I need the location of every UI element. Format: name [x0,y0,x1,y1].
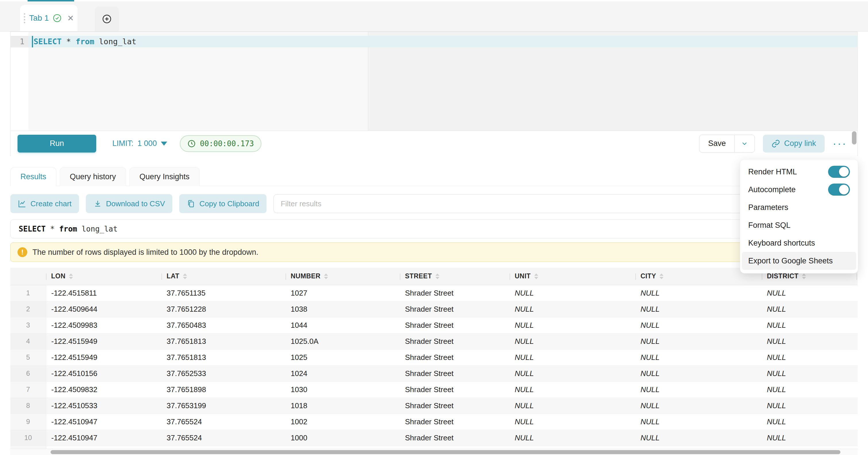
table-cell[interactable]: NULL [762,398,857,414]
sql-code-line[interactable]: SELECT * from long_lat [32,36,136,48]
table-cell[interactable]: 1024 [285,365,400,382]
table-cell[interactable]: NULL [509,301,636,317]
table-cell[interactable]: NULL [762,365,857,382]
table-cell[interactable]: Shrader Street [400,317,509,333]
table-cell[interactable]: NULL [636,333,762,349]
column-header-lat[interactable]: LAT [161,268,285,285]
table-cell[interactable]: NULL [762,382,857,398]
toggle-render-html[interactable] [828,166,850,178]
table-cell[interactable]: NULL [509,382,636,398]
table-cell[interactable]: -122.4510947 [46,430,161,446]
table-cell[interactable]: NULL [762,414,857,430]
menu-item-render-html[interactable]: Render HTML [740,163,858,181]
column-header-lon[interactable]: LON [46,268,161,285]
table-cell[interactable]: Shrader Street [400,333,509,349]
table-cell[interactable] [857,382,858,398]
save-options-button[interactable] [735,135,754,152]
table-cell[interactable]: NULL [636,301,762,317]
table-cell[interactable] [857,285,858,301]
menu-item-export-to-google-sheets[interactable]: Export to Google Sheets [742,252,856,270]
table-cell[interactable] [857,349,858,365]
download-to-csv-button[interactable]: Download to CSV [86,194,172,213]
table-cell[interactable]: NULL [636,398,762,414]
table-cell[interactable]: NULL [636,317,762,333]
table-cell[interactable]: -122.4515949 [46,349,161,365]
table-cell[interactable]: -122.4510156 [46,365,161,382]
copy-link-button[interactable]: Copy link [763,135,825,153]
table-cell[interactable]: 37.7650483 [161,317,285,333]
row-number[interactable]: 6 [10,365,46,382]
table-cell[interactable]: 37.7651228 [161,301,285,317]
table-cell[interactable]: 37.765524 [161,414,285,430]
row-number[interactable]: 5 [10,349,46,365]
table-cell[interactable]: Shrader Street [400,349,509,365]
table-cell[interactable]: NULL [762,430,857,446]
table-cell[interactable]: 37.7651813 [161,349,285,365]
toggle-autocomplete[interactable] [828,184,850,195]
table-cell[interactable] [857,333,858,349]
table-cell[interactable]: NULL [509,285,636,301]
sql-editor[interactable]: 1 SELECT * from long_lat [11,32,857,131]
add-tab-button[interactable] [95,7,119,31]
menu-item-autocomplete[interactable]: Autocomplete [740,181,858,199]
tab-results[interactable]: Results [10,167,56,186]
table-cell[interactable]: Shrader Street [400,430,509,446]
table-cell[interactable]: NULL [636,430,762,446]
table-cell[interactable]: NULL [509,414,636,430]
table-cell[interactable]: -122.4510947 [46,414,161,430]
table-cell[interactable]: -122.4509832 [46,382,161,398]
table-cell[interactable]: NULL [636,349,762,365]
table-cell[interactable]: 1000 [285,430,400,446]
menu-item-parameters[interactable]: Parameters [740,199,858,216]
table-cell[interactable]: Shrader Street [400,398,509,414]
table-cell[interactable]: 37.7651135 [161,285,285,301]
run-button[interactable]: Run [18,135,96,153]
table-cell[interactable]: NULL [762,285,857,301]
row-number[interactable]: 1 [10,285,46,301]
table-cell[interactable]: -122.4509644 [46,301,161,317]
drag-handle-icon[interactable] [24,13,25,23]
table-cell[interactable]: -122.4509983 [46,317,161,333]
table-cell[interactable]: 37.7653199 [161,398,285,414]
table-cell[interactable]: Shrader Street [400,365,509,382]
table-cell[interactable]: NULL [636,414,762,430]
table-cell[interactable]: -122.4510533 [46,398,161,414]
copy-to-clipboard-button[interactable]: Copy to Clipboard [179,194,267,213]
row-number[interactable]: 9 [10,414,46,430]
horizontal-scrollbar[interactable] [10,449,858,455]
more-options-button[interactable]: ··· [833,138,847,149]
tab-query-history[interactable]: Query history [60,167,126,186]
table-cell[interactable]: -122.4515949 [46,333,161,349]
table-cell[interactable]: NULL [509,398,636,414]
table-cell[interactable]: NULL [509,430,636,446]
create-chart-button[interactable]: Create chart [10,194,79,213]
row-number[interactable]: 3 [10,317,46,333]
table-cell[interactable]: 37.765524 [161,430,285,446]
table-cell[interactable]: NULL [636,365,762,382]
table-cell[interactable]: 1025 [285,349,400,365]
table-cell[interactable] [857,301,858,317]
table-cell[interactable]: 1030 [285,382,400,398]
row-number[interactable]: 8 [10,398,46,414]
limit-dropdown[interactable]: LIMIT: 1 000 [112,139,167,148]
table-cell[interactable]: NULL [509,333,636,349]
table-cell[interactable] [857,317,858,333]
table-cell[interactable]: 37.7651898 [161,382,285,398]
table-cell[interactable]: 1018 [285,398,400,414]
save-button[interactable]: Save [700,135,735,152]
table-cell[interactable]: NULL [762,333,857,349]
table-cell[interactable] [857,398,858,414]
vertical-scrollbar-thumb[interactable] [852,131,857,145]
table-cell[interactable]: Shrader Street [400,301,509,317]
table-cell[interactable]: Shrader Street [400,382,509,398]
menu-item-keyboard-shortcuts[interactable]: Keyboard shortcuts [740,234,858,252]
row-number[interactable]: 10 [10,430,46,446]
table-cell[interactable]: -122.4515811 [46,285,161,301]
table-cell[interactable]: NULL [762,349,857,365]
column-header-number[interactable]: NUMBER [285,268,400,285]
table-cell[interactable]: 1038 [285,301,400,317]
table-cell[interactable] [857,430,858,446]
table-cell[interactable]: 1002 [285,414,400,430]
row-number[interactable]: 7 [10,382,46,398]
table-cell[interactable]: 37.7652533 [161,365,285,382]
